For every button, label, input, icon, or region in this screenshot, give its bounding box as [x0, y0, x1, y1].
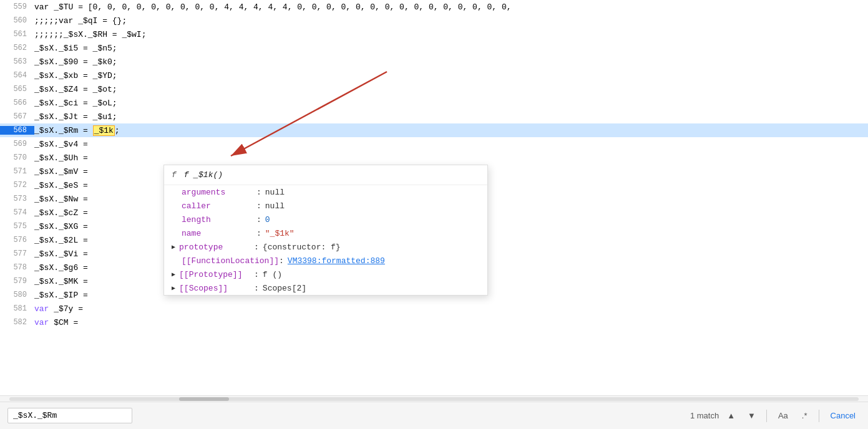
case-sensitive-button[interactable]: Aa	[773, 408, 793, 423]
code-line: 582var $CM =	[0, 316, 868, 329]
line-number: 577	[0, 249, 34, 258]
scrollbar-area[interactable]	[0, 395, 868, 402]
line-number: 570	[0, 153, 34, 162]
line-content: _$sX._$90 = _$k0;	[34, 57, 863, 67]
line-number: 574	[0, 208, 34, 217]
tooltip-colon: :	[256, 215, 261, 224]
up-arrow-icon: ▲	[727, 411, 735, 420]
code-area: 559var _$TU = [0, 0, 0, 0, 0, 0, 0, 0, 0…	[0, 0, 868, 395]
tooltip-prop-value[interactable]: VM3398:formatted:889	[288, 256, 385, 266]
tooltip-colon: :	[279, 256, 284, 266]
tooltip-rows: arguments: nullcaller: nulllength: 0name…	[164, 185, 487, 295]
separator-1	[766, 410, 767, 422]
line-number: 562	[0, 44, 34, 52]
search-input[interactable]	[7, 408, 132, 423]
next-match-button[interactable]: ▼	[743, 408, 760, 423]
tooltip-prop-name: [[Prototype]]	[179, 270, 254, 279]
tooltip-colon: :	[256, 229, 261, 238]
expand-arrow-icon[interactable]: ▶	[172, 243, 175, 251]
line-number: 575	[0, 222, 34, 231]
fn-icon: f	[172, 170, 177, 180]
line-number: 569	[0, 140, 34, 148]
tooltip-prop-value: Scopes[2]	[263, 284, 306, 293]
tooltip-prop-value: "_$1k"	[265, 229, 295, 238]
separator-2	[819, 410, 819, 422]
line-number: 581	[0, 304, 34, 313]
code-line: 568_$sX._$Rm = _$1k;	[0, 123, 868, 137]
code-line: 567_$sX._$Jt = _$u1;	[0, 110, 868, 123]
tooltip-prop-value: 0	[265, 215, 270, 224]
code-line: 563_$sX._$90 = _$k0;	[0, 55, 868, 69]
prev-match-button[interactable]: ▲	[723, 408, 739, 423]
tooltip-fn-name: f _$1k()	[184, 170, 223, 180]
line-number: 566	[0, 99, 34, 107]
tooltip-row: name: "_$1k"	[164, 226, 487, 240]
tooltip-prop-name: [[FunctionLocation]]	[182, 256, 279, 266]
tooltip-row: ▶[[Scopes]]: Scopes[2]	[164, 281, 487, 295]
code-line: 564_$sX._$xb = _$YD;	[0, 69, 868, 82]
tooltip-row: arguments: null	[164, 185, 487, 199]
code-line: 561;;;;;;_$sX._$RH = _$wI;	[0, 27, 868, 41]
line-number: 567	[0, 112, 34, 121]
code-line: 559var _$TU = [0, 0, 0, 0, 0, 0, 0, 0, 0…	[0, 0, 868, 14]
line-number: 579	[0, 277, 34, 286]
line-number: 578	[0, 263, 34, 272]
line-number: 571	[0, 167, 34, 176]
line-number: 561	[0, 30, 34, 39]
tooltip-colon: :	[256, 188, 261, 197]
bottom-toolbar: 1 match ▲ ▼ Aa .* Cancel	[0, 402, 868, 429]
line-content: ;;;;;;_$sX._$RH = _$wI;	[34, 30, 863, 39]
tooltip-prop-name: name	[182, 229, 256, 238]
line-number: 573	[0, 195, 34, 203]
tooltip-colon: :	[254, 243, 259, 252]
line-content: var _$7y =	[34, 304, 863, 314]
tooltip-prop-name: prototype	[179, 243, 254, 252]
line-number: 560	[0, 16, 34, 25]
regex-button[interactable]: .*	[797, 408, 812, 423]
tooltip-prop-name: caller	[182, 201, 256, 211]
code-line: 581var _$7y =	[0, 302, 868, 316]
line-content: var $CM =	[34, 318, 863, 327]
code-line: 562_$sX._$i5 = _$n5;	[0, 41, 868, 55]
tooltip-colon: :	[256, 201, 261, 211]
line-content: _$sX._$xb = _$YD;	[34, 71, 863, 80]
highlighted-token: _$1k	[93, 125, 115, 136]
tooltip-prop-value: f ()	[263, 270, 282, 279]
code-line: 565_$sX._$Z4 = _$ot;	[0, 82, 868, 96]
line-content: _$sX._$Jt = _$u1;	[34, 112, 863, 122]
scrollbar-thumb[interactable]	[179, 397, 229, 401]
line-number: 564	[0, 71, 34, 80]
tooltip-popup: f f _$1k() arguments: nullcaller: nullle…	[163, 165, 488, 296]
tooltip-colon: :	[254, 270, 259, 279]
line-number: 572	[0, 181, 34, 190]
tooltip-row: ▶prototype: {constructor: f}	[164, 240, 487, 254]
tooltip-prop-value: null	[265, 188, 285, 197]
line-number: 582	[0, 318, 34, 327]
tooltip-row: [[FunctionLocation]]: VM3398:formatted:8…	[164, 254, 487, 268]
scrollbar-track[interactable]	[9, 397, 859, 401]
line-number: 565	[0, 85, 34, 94]
line-number: 580	[0, 291, 34, 299]
code-line: 560;;;;;var _$qI = {};	[0, 14, 868, 27]
expand-arrow-icon[interactable]: ▶	[172, 271, 175, 278]
code-line: 570_$sX._$Uh =	[0, 151, 868, 165]
line-content: _$sX._$v4 =	[34, 140, 863, 149]
tooltip-prop-name: [[Scopes]]	[179, 284, 254, 293]
line-content: _$sX._$Rm = _$1k;	[34, 126, 863, 135]
tooltip-prop-name: arguments	[182, 188, 256, 197]
expand-arrow-icon[interactable]: ▶	[172, 284, 175, 292]
code-line: 569_$sX._$v4 =	[0, 137, 868, 151]
line-content: _$sX._$ci = _$oL;	[34, 99, 863, 108]
tooltip-colon: :	[254, 284, 259, 293]
line-content: ;;;;;var _$qI = {};	[34, 16, 863, 26]
line-content: _$sX._$i5 = _$n5;	[34, 44, 863, 53]
tooltip-prop-name: length	[182, 215, 256, 224]
tooltip-prop-value: null	[265, 201, 285, 211]
cancel-button[interactable]: Cancel	[826, 408, 861, 423]
line-number: 563	[0, 57, 34, 66]
tooltip-row: length: 0	[164, 213, 487, 226]
line-content: _$sX._$Uh =	[34, 153, 863, 163]
tooltip-prop-value: {constructor: f}	[263, 243, 341, 252]
line-number: 559	[0, 2, 34, 11]
line-content: var _$TU = [0, 0, 0, 0, 0, 0, 0, 0, 0, 4…	[34, 2, 863, 12]
